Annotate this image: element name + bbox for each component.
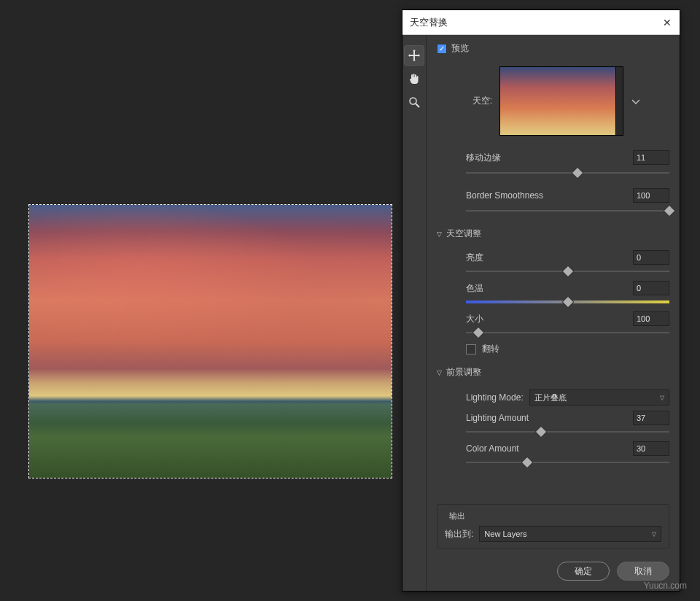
color-temp-label: 色温 xyxy=(466,282,483,295)
border-smoothness-value[interactable] xyxy=(633,188,669,203)
sky-adjust-header[interactable]: ▽ 天空调整 xyxy=(437,223,669,244)
hand-tool-icon[interactable] xyxy=(404,69,424,89)
flip-label: 翻转 xyxy=(482,343,499,355)
border-smoothness-track[interactable] xyxy=(466,206,669,216)
watermark: Yuucn.com xyxy=(644,581,687,591)
chevron-down-icon: ▽ xyxy=(652,531,656,538)
border-smoothness-slider: Border Smoothness xyxy=(437,185,669,219)
move-edge-track[interactable] xyxy=(466,168,669,178)
border-smoothness-label: Border Smoothness xyxy=(466,190,543,201)
move-edge-value[interactable] xyxy=(633,150,669,165)
foreground-adjust-label: 前景调整 xyxy=(446,366,481,379)
output-to-value: New Layers xyxy=(484,530,526,538)
lighting-mode-value: 正片叠底 xyxy=(534,392,567,403)
panel-title: 天空替换 xyxy=(410,16,662,29)
flip-checkbox[interactable] xyxy=(466,344,476,354)
brightness-track[interactable] xyxy=(466,266,669,276)
lighting-mode-select[interactable]: 正片叠底 ▽ xyxy=(529,389,669,406)
color-amount-label: Color Amount xyxy=(466,443,519,454)
color-amount-value[interactable] xyxy=(633,441,669,456)
size-label: 大小 xyxy=(466,313,483,325)
output-to-label: 输出到: xyxy=(445,528,473,540)
sky-thumbnail[interactable] xyxy=(499,66,623,136)
move-tool-icon[interactable] xyxy=(404,45,424,66)
color-temp-track[interactable] xyxy=(466,297,669,307)
sky-adjust-label: 天空调整 xyxy=(446,228,481,240)
lighting-amount-label: Lighting Amount xyxy=(466,413,529,423)
size-value[interactable] xyxy=(633,311,669,326)
move-edge-slider: 移动边缘 xyxy=(437,147,669,181)
brightness-value[interactable] xyxy=(633,250,669,265)
preview-label: 预览 xyxy=(451,42,469,55)
brightness-slider: 亮度 xyxy=(451,249,669,278)
size-slider: 大小 xyxy=(451,310,669,339)
canvas-document[interactable] xyxy=(28,204,392,478)
lighting-mode-label: Lighting Mode: xyxy=(466,392,524,403)
output-section-label: 输出 xyxy=(445,511,661,521)
foreground-adjust-header[interactable]: ▽ 前景调整 xyxy=(437,362,669,383)
color-amount-track[interactable] xyxy=(466,457,669,468)
move-edge-label: 移动边缘 xyxy=(466,152,501,164)
sky-replacement-panel: 天空替换 ✕ ✓ 预览 天空: xyxy=(402,9,680,592)
color-amount-slider: Color Amount xyxy=(451,440,669,469)
size-track[interactable] xyxy=(466,327,669,338)
preview-checkbox[interactable]: ✓ xyxy=(437,44,447,54)
canvas-image xyxy=(29,205,392,478)
chevron-down-icon: ▽ xyxy=(660,395,664,401)
brightness-label: 亮度 xyxy=(466,252,483,264)
chevron-down-icon: ▽ xyxy=(437,369,442,376)
sky-label: 天空: xyxy=(466,95,492,107)
color-temp-value[interactable] xyxy=(633,281,669,295)
tool-column xyxy=(402,35,427,591)
panel-titlebar[interactable]: 天空替换 ✕ xyxy=(402,10,680,35)
lighting-amount-value[interactable] xyxy=(633,411,669,425)
svg-line-1 xyxy=(416,104,419,107)
output-section: 输出 输出到: New Layers ▽ xyxy=(437,504,669,548)
sky-picker-chevron-icon[interactable] xyxy=(631,98,641,105)
color-temp-slider: 色温 xyxy=(451,279,669,309)
output-to-select[interactable]: New Layers ▽ xyxy=(479,526,661,542)
ok-button[interactable]: 确定 xyxy=(557,562,610,581)
flip-row: 翻转 xyxy=(451,341,669,357)
lighting-amount-track[interactable] xyxy=(466,427,669,437)
lighting-mode-row: Lighting Mode: 正片叠底 ▽ xyxy=(451,387,669,408)
cancel-button[interactable]: 取消 xyxy=(617,562,669,581)
lighting-amount-slider: Lighting Amount xyxy=(451,409,669,438)
zoom-tool-icon[interactable] xyxy=(404,92,424,112)
sky-thumb-scrollbar[interactable] xyxy=(615,67,623,135)
chevron-down-icon: ▽ xyxy=(437,230,442,238)
svg-point-0 xyxy=(410,98,416,104)
close-icon[interactable]: ✕ xyxy=(662,17,672,28)
